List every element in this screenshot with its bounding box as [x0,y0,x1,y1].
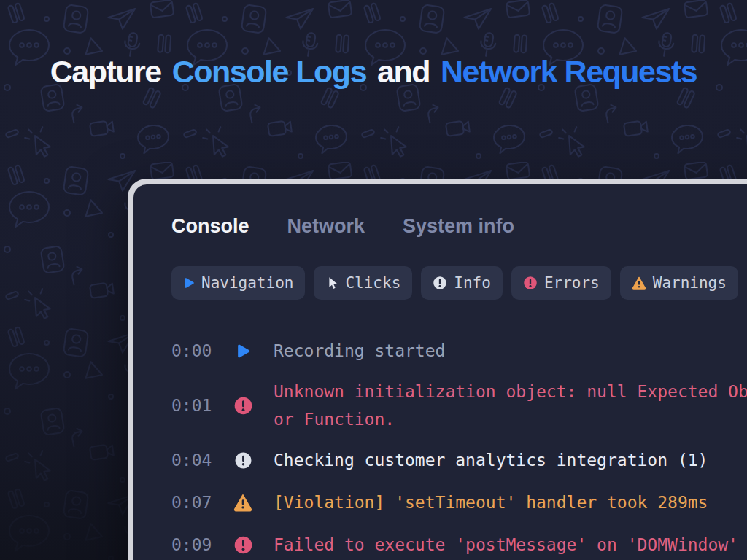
log-message: Failed to execute 'postMessage' on 'DOMW… [274,531,747,559]
error-circle-icon [233,535,253,555]
log-row: 0:00 Recording started [171,335,747,366]
log-list: 0:00 Recording started 0:01 Unknown init… [171,335,747,560]
filter-chip-label: Errors [544,274,600,292]
log-timestamp: 0:09 [171,531,212,559]
filter-chip-info[interactable]: Info [421,266,503,300]
log-timestamp: 0:01 [171,392,212,419]
filter-chip-errors[interactable]: Errors [511,266,611,300]
log-row: 0:04 Checking customer analytics integra… [171,445,747,475]
filter-chip-label: Navigation [201,274,293,292]
warning-triangle-icon [233,493,252,512]
error-circle-icon [523,276,538,290]
title-part-and: and [377,54,430,90]
log-timestamp: 0:07 [171,489,212,516]
log-message: Checking customer analytics integration … [274,446,747,474]
log-timestamp: 0:04 [171,446,212,474]
console-panel: Console Network System info Navigation C… [128,179,747,560]
filter-chip-label: Clicks [345,274,400,292]
error-circle-icon [233,396,253,416]
filter-chip-label: Info [454,274,491,292]
filter-chip-navigation[interactable]: Navigation [171,266,305,300]
title-part-console-logs: Console Logs [172,54,366,90]
log-message: Recording started [274,337,747,365]
play-icon [236,343,251,359]
log-row: 0:09 Failed to execute 'postMessage' on … [171,529,747,560]
log-timestamp: 0:00 [171,337,212,365]
filter-chips: Navigation Clicks Info Errors Warnings [171,266,747,300]
tab-network[interactable]: Network [287,214,365,238]
cursor-icon [325,276,338,289]
warning-triangle-icon [632,276,646,290]
title-part-network-requests: Network Requests [441,54,697,90]
log-message: [Violation] 'setTimeout' handler took 28… [274,489,747,516]
log-row: 0:01 Unknown initialization object: null… [171,378,747,433]
tab-system-info[interactable]: System info [403,214,514,238]
filter-chip-label: Warnings [653,274,727,292]
info-circle-icon [234,451,252,470]
tab-console[interactable]: Console [171,214,249,238]
filter-chip-warnings[interactable]: Warnings [620,266,738,300]
play-icon [183,277,195,289]
log-message: Unknown initialization object: null Expe… [274,378,747,433]
log-row: 0:07 [Violation] 'setTimeout' handler to… [171,487,747,518]
filter-chip-clicks[interactable]: Clicks [314,266,412,300]
page-title: Capture Console Logs and Network Request… [0,54,747,90]
title-part-capture: Capture [50,54,161,90]
panel-tabs: Console Network System info [171,214,747,238]
info-circle-icon [433,276,447,290]
